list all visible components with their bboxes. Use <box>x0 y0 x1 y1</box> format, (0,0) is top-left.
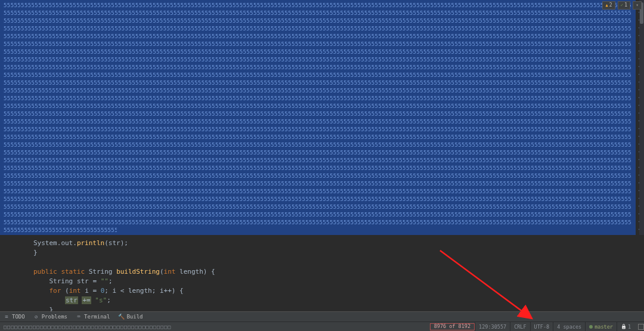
selected-noise-line: 5555555555555555555555555555555555555555… <box>4 219 632 227</box>
selected-noise-line: 5555555555555555555555555555555555555555… <box>4 118 632 126</box>
selected-noise-line: 5555555555555555555555555555555555555555… <box>4 188 632 196</box>
status-bar: □□□□□□□□□□□□□□□□□□□□□□□□□□□□□□□□□□□□□□□□… <box>0 321 644 331</box>
indent-setting[interactable]: 4 spaces <box>553 322 585 331</box>
selected-noise-line: 5555555555555555555555555555555555555555… <box>4 95 632 103</box>
code-line[interactable]: String str = ""; <box>33 277 644 286</box>
selected-noise-line: 5555555555555555555555555555555555555555… <box>4 141 632 149</box>
toolwindow-problems[interactable]: ⊘ Problems <box>33 314 67 320</box>
selected-noise-line: 5555555555555555555555555555555555555555… <box>4 2 632 10</box>
inspection-badges[interactable]: 2 1 <box>602 1 642 10</box>
file-encoding[interactable]: UTF-8 <box>530 322 553 331</box>
code-line[interactable] <box>33 258 644 267</box>
selected-noise-line: 5555555555555555555555555555555555555555… <box>4 10 632 17</box>
build-icon: 🔨 <box>118 314 124 320</box>
toolwindow-build[interactable]: 🔨 Build <box>118 314 143 320</box>
code-line[interactable]: for (int i = 0; i < length; i++) { <box>33 286 644 296</box>
code-line[interactable]: public static String buildString(int len… <box>33 267 644 277</box>
warning-count-badge[interactable]: 2 <box>602 1 615 10</box>
selected-noise-line: 5555555555555555555555555555555555555555… <box>4 172 632 180</box>
readonly-lock[interactable]: 1 <box>617 322 634 331</box>
selected-noise-line: 5555555555555555555555555555555555555555… <box>4 165 632 172</box>
memory-indicator[interactable]: 8976 of 8192 <box>430 323 475 330</box>
editor-right-gutter: ↲↲↲↲↲↲↲↲↲↲↲↲↲↲↲↲↲↲↲↲↲↲↲↲↲↲↲↲↲↲ <box>636 0 644 235</box>
selected-noise-line: 5555555555555555555555555555555555555555… <box>4 149 632 157</box>
editor-code-area[interactable]: System.out.println(str); } public static… <box>0 235 644 311</box>
caret-position[interactable]: 129:30557 <box>475 322 510 331</box>
selected-noise-line: 5555555555555555555555555555555555555555 <box>4 227 117 234</box>
code-line[interactable]: str += "s"; <box>33 296 644 305</box>
toolwindow-label: Problems <box>42 314 67 320</box>
selected-noise-line: 5555555555555555555555555555555555555555… <box>4 17 632 25</box>
highlighted-token[interactable]: str <box>65 296 78 304</box>
selected-noise-line: 5555555555555555555555555555555555555555… <box>4 180 632 188</box>
selected-noise-line: 5555555555555555555555555555555555555555… <box>4 56 632 64</box>
toolwindow-label: TODO <box>12 314 25 320</box>
selected-noise-line: 5555555555555555555555555555555555555555… <box>4 33 632 41</box>
toolwindow-label: Build <box>126 314 143 320</box>
selected-noise-line: 5555555555555555555555555555555555555555… <box>4 211 632 219</box>
selected-noise-line: 5555555555555555555555555555555555555555… <box>4 87 632 95</box>
inspection-menu-toggle[interactable] <box>633 1 642 10</box>
line-separator[interactable]: CRLF <box>510 322 530 331</box>
selected-noise-line: 5555555555555555555555555555555555555555… <box>4 25 632 33</box>
selected-noise-line: 5555555555555555555555555555555555555555… <box>4 41 632 48</box>
selected-noise-line: 5555555555555555555555555555555555555555… <box>4 134 632 141</box>
selected-noise-line: 5555555555555555555555555555555555555555… <box>4 48 632 56</box>
status-tail-icon[interactable] <box>638 324 644 330</box>
branch-dot-icon <box>589 325 593 329</box>
branch-name: master <box>595 324 613 330</box>
git-branch[interactable]: master <box>585 322 617 331</box>
terminal-icon: ⌨ <box>76 314 82 320</box>
toolwindow-bar: ≡ TODO ⊘ Problems ⌨ Terminal 🔨 Build <box>0 311 644 321</box>
selected-noise-line: 5555555555555555555555555555555555555555… <box>4 157 632 165</box>
toolwindow-terminal[interactable]: ⌨ Terminal <box>76 314 110 320</box>
status-progress: □□□□□□□□□□□□□□□□□□□□□□□□□□□□□□□□□□□□□□□□… <box>0 324 171 330</box>
toolwindow-label: Terminal <box>84 314 110 320</box>
problems-icon: ⊘ <box>33 314 39 320</box>
ok-count-badge[interactable]: 1 <box>618 1 631 10</box>
selected-noise-line: 5555555555555555555555555555555555555555… <box>4 203 632 211</box>
selected-noise-line: 5555555555555555555555555555555555555555… <box>4 72 632 79</box>
editor-vertical-scrollbar[interactable] <box>639 0 644 235</box>
selected-noise-line: 5555555555555555555555555555555555555555… <box>4 196 632 203</box>
selected-noise-line: 5555555555555555555555555555555555555555… <box>4 79 632 87</box>
selected-noise-line: 5555555555555555555555555555555555555555… <box>4 110 632 118</box>
selected-noise-line: 5555555555555555555555555555555555555555… <box>4 64 632 72</box>
selected-noise-line: 5555555555555555555555555555555555555555… <box>4 126 632 134</box>
code-line[interactable]: System.out.println(str); <box>33 239 644 248</box>
toolwindow-todo[interactable]: ≡ TODO <box>4 314 25 320</box>
code-line[interactable]: } <box>33 248 644 258</box>
todo-icon: ≡ <box>4 314 10 320</box>
editor-selection-block[interactable]: 5555555555555555555555555555555555555555… <box>0 0 636 235</box>
selected-noise-line: 5555555555555555555555555555555555555555… <box>4 103 632 110</box>
